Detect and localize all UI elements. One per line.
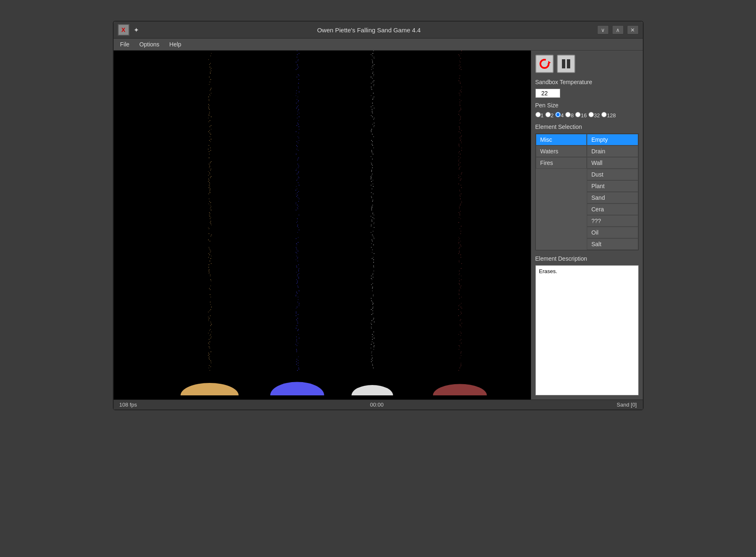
category-fires[interactable]: Fires <box>536 157 587 169</box>
element-filler6 <box>536 227 587 238</box>
pause-icon <box>562 59 570 68</box>
pen-size-1-label: 1 <box>535 112 544 119</box>
pen-size-8-label: 8 <box>565 112 574 119</box>
element-filler2 <box>536 180 587 192</box>
element-grid: Misc Empty Waters Drain Fires Wall Dust … <box>535 133 639 250</box>
temp-input[interactable] <box>535 89 560 98</box>
pen-size-8-radio[interactable] <box>565 112 571 117</box>
temp-label: Sandbox Temperature <box>535 79 639 85</box>
reset-button[interactable] <box>535 55 554 73</box>
pen-size-128-radio[interactable] <box>601 112 607 117</box>
element-qqq[interactable]: ??? <box>587 215 638 227</box>
menu-file[interactable]: File <box>119 40 131 48</box>
element-display: Sand [0] <box>617 402 637 408</box>
titlebar: X ✦ Owen Piette's Falling Sand Game 4.4 … <box>114 22 643 39</box>
category-waters[interactable]: Waters <box>536 145 587 157</box>
fps-display: 108 fps <box>119 402 137 408</box>
titlebar-left-icons: X ✦ <box>118 24 141 36</box>
element-selection-label: Element Selection <box>535 124 639 130</box>
pen-size-2-radio[interactable] <box>545 112 551 117</box>
pause-bar-right <box>567 59 570 68</box>
element-salt[interactable]: Salt <box>587 238 638 250</box>
maximize-button[interactable]: ∧ <box>612 25 624 34</box>
time-display: 00:00 <box>370 402 384 408</box>
element-empty[interactable]: Empty <box>587 134 638 145</box>
pen-size-label: Pen Size <box>535 102 639 109</box>
menu-options[interactable]: Options <box>138 40 161 48</box>
statusbar: 108 fps 00:00 Sand [0] <box>114 400 643 409</box>
pin-icon[interactable]: ✦ <box>132 25 141 34</box>
svg-marker-1 <box>548 61 551 64</box>
sandbox-canvas[interactable] <box>114 51 531 400</box>
pen-size-4-radio[interactable] <box>555 112 561 117</box>
pen-size-row: 1 2 4 8 16 32 128 <box>535 112 639 119</box>
window-title: Owen Piette's Falling Sand Game 4.4 <box>141 27 597 34</box>
temp-row <box>535 89 639 98</box>
pen-size-16-label: 16 <box>575 112 586 119</box>
element-filler7 <box>536 238 587 250</box>
reset-icon <box>538 58 551 70</box>
main-content: Sandbox Temperature Pen Size 1 2 4 8 16 … <box>114 51 643 400</box>
titlebar-controls: ∨ ∧ ✕ <box>597 25 639 34</box>
element-wall[interactable]: Wall <box>587 157 638 169</box>
element-oil[interactable]: Oil <box>587 227 638 238</box>
element-drain[interactable]: Drain <box>587 145 638 157</box>
element-filler5 <box>536 215 587 227</box>
menu-help[interactable]: Help <box>168 40 183 48</box>
main-window: X ✦ Owen Piette's Falling Sand Game 4.4 … <box>113 21 644 410</box>
pen-size-32-label: 32 <box>588 112 600 119</box>
pause-bar-left <box>562 59 565 68</box>
element-sand[interactable]: Sand <box>587 192 638 203</box>
minimize-button[interactable]: ∨ <box>597 25 609 34</box>
pause-button[interactable] <box>557 55 575 73</box>
pen-size-1-radio[interactable] <box>535 112 541 117</box>
svg-point-0 <box>540 60 549 68</box>
pen-size-128-label: 128 <box>601 112 616 119</box>
element-cera[interactable]: Cera <box>587 203 638 215</box>
element-plant[interactable]: Plant <box>587 180 638 192</box>
sidebar: Sandbox Temperature Pen Size 1 2 4 8 16 … <box>531 51 643 400</box>
pen-size-32-radio[interactable] <box>588 112 594 117</box>
category-misc[interactable]: Misc <box>536 134 587 145</box>
element-desc-box: Erases. <box>535 265 639 395</box>
element-desc-label: Element Description <box>535 255 639 262</box>
pen-size-2-label: 2 <box>545 112 554 119</box>
element-filler4 <box>536 203 587 215</box>
element-dust[interactable]: Dust <box>587 169 638 180</box>
close-button[interactable]: ✕ <box>627 25 639 34</box>
pen-size-4-label: 4 <box>555 112 564 119</box>
pen-size-16-radio[interactable] <box>575 112 581 117</box>
sidebar-buttons <box>535 55 639 73</box>
menubar: File Options Help <box>114 39 643 51</box>
element-filler1 <box>536 169 587 180</box>
element-filler3 <box>536 192 587 203</box>
x-icon[interactable]: X <box>118 24 129 36</box>
